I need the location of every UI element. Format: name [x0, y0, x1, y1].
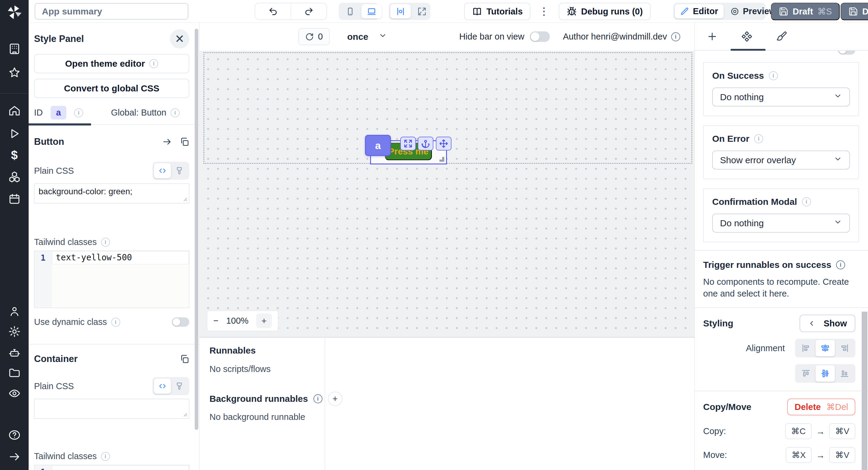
clipped-toggle[interactable] — [838, 51, 855, 55]
delete-shortcut: ⌘Del — [826, 402, 848, 412]
undo-button[interactable] — [255, 3, 290, 19]
button-plain-css-input[interactable]: background-color: green; — [34, 183, 189, 203]
deploy-button[interactable]: Deploy — [841, 3, 868, 20]
on-error-value: Show error overlay — [720, 155, 796, 165]
right-panel-scrollbar[interactable] — [862, 312, 867, 470]
workspace-icon[interactable] — [0, 42, 29, 55]
open-theme-editor-button[interactable]: Open theme editor — [34, 54, 189, 73]
runs-play-icon[interactable] — [0, 127, 29, 140]
redo-button[interactable] — [290, 3, 327, 19]
debug-runs-button[interactable]: Debug runs (0) — [559, 3, 651, 20]
align-bottom-button[interactable] — [835, 365, 854, 382]
button-plain-css-value: background-color: green; — [38, 187, 132, 196]
refresh-count-button[interactable]: 0 — [299, 28, 330, 45]
component-id-badge[interactable]: a — [51, 106, 66, 119]
on-error-card: On Error Show error overlay — [703, 125, 859, 179]
users-icon[interactable] — [0, 305, 29, 318]
settings-gear-icon[interactable] — [0, 325, 29, 338]
tab-global-button[interactable]: Global: Button — [111, 108, 180, 118]
resize-grip-icon[interactable] — [182, 411, 188, 417]
author-label: Author henri@windmill.dev — [563, 32, 667, 41]
plus-icon — [707, 31, 718, 42]
copy-shortcut-row: Copy: ⌘C → ⌘V — [695, 423, 868, 439]
info-icon — [170, 108, 180, 117]
help-icon[interactable] — [0, 429, 29, 441]
center-canvas-button[interactable] — [390, 4, 411, 19]
align-right-button[interactable] — [835, 340, 854, 356]
resize-handle[interactable] — [439, 157, 444, 162]
button-tailwind-value[interactable]: text-yellow-500 — [52, 251, 189, 264]
folders-icon[interactable] — [0, 366, 29, 379]
align-left-icon — [801, 344, 810, 353]
app-canvas[interactable]: Press me a − 100% + — [199, 51, 694, 337]
fullwidth-canvas-button[interactable] — [412, 4, 432, 19]
on-success-select[interactable]: Do nothing — [712, 87, 850, 107]
delete-button[interactable]: Delete ⌘Del — [787, 399, 855, 415]
convert-global-css-button[interactable]: Convert to global CSS — [34, 79, 189, 98]
align-center-h-button[interactable] — [815, 340, 835, 356]
code-mode-button[interactable] — [154, 379, 171, 394]
open-theme-editor-label: Open theme editor — [65, 59, 145, 69]
container-tailwind-value[interactable] — [52, 465, 189, 470]
style-panel-scrollbar[interactable] — [195, 29, 198, 430]
tab-id-label[interactable]: ID — [34, 108, 43, 118]
close-icon[interactable]: ✕ — [170, 29, 189, 49]
align-top-icon — [801, 369, 810, 378]
expand-handle[interactable] — [400, 137, 416, 150]
code-mode-button[interactable] — [154, 163, 171, 178]
anchor-handle[interactable] — [418, 137, 433, 150]
zoom-control: − 100% + — [207, 311, 278, 331]
undo-redo-group — [255, 3, 327, 20]
audit-eye-icon[interactable] — [0, 387, 29, 400]
favorites-star-icon[interactable] — [0, 66, 29, 79]
collapse-arrow-icon[interactable] — [0, 450, 29, 463]
container-plain-css-input[interactable] — [34, 399, 189, 419]
app-summary-input[interactable] — [35, 3, 188, 20]
editor-tab[interactable]: Editor — [675, 4, 724, 19]
save-draft-button[interactable]: Draft ⌘S — [771, 3, 840, 20]
resize-grip-icon[interactable] — [182, 196, 188, 202]
info-icon — [671, 32, 680, 41]
kbd-cmd-x: ⌘X — [786, 447, 812, 463]
resources-boxes-icon[interactable] — [0, 171, 29, 183]
align-top-button[interactable] — [796, 365, 815, 382]
move-handle[interactable] — [436, 137, 452, 150]
zoom-in-button[interactable]: + — [256, 314, 272, 328]
windmill-logo-icon[interactable] — [0, 4, 29, 21]
variables-dollar-icon[interactable]: $ — [0, 149, 29, 161]
desktop-view-button[interactable] — [361, 4, 382, 19]
align-center-v-button[interactable] — [815, 365, 835, 382]
chevron-down-icon[interactable] — [378, 31, 387, 42]
on-error-select[interactable]: Show error overlay — [712, 150, 850, 170]
copy-icon[interactable] — [180, 354, 189, 364]
workers-robot-icon[interactable] — [0, 347, 29, 359]
info-icon — [149, 59, 158, 68]
container-tailwind-editor[interactable]: 1 — [34, 465, 189, 470]
tutorials-button[interactable]: Tutorials — [464, 3, 530, 20]
component-styling-tab[interactable] — [764, 31, 799, 42]
hide-bar-toggle[interactable] — [530, 31, 550, 42]
refresh-mode-label[interactable]: once — [347, 32, 368, 42]
align-left-button[interactable] — [796, 340, 815, 356]
visual-mode-button[interactable] — [171, 379, 188, 394]
copy-icon[interactable] — [180, 137, 189, 147]
use-dynamic-class-toggle[interactable] — [172, 317, 189, 327]
mobile-view-button[interactable] — [340, 4, 360, 19]
component-settings-tab[interactable] — [730, 31, 764, 42]
on-success-card: On Success Do nothing — [703, 62, 859, 116]
confirmation-modal-select[interactable]: Do nothing — [712, 213, 850, 233]
more-menu-button[interactable]: ⋮ — [539, 4, 549, 18]
add-component-tab[interactable] — [695, 31, 730, 42]
on-error-title: On Error — [712, 134, 749, 144]
add-background-runnable-button[interactable]: + — [328, 391, 342, 406]
schedules-calendar-icon[interactable] — [0, 193, 29, 205]
expand-icon — [418, 8, 426, 15]
component-id-chip[interactable]: a — [365, 135, 391, 156]
home-icon[interactable] — [0, 105, 29, 117]
button-tailwind-editor[interactable]: 1 text-yellow-500 — [34, 251, 189, 308]
paintbrush-icon — [175, 382, 184, 390]
visual-mode-button[interactable] — [171, 163, 188, 178]
show-styling-button[interactable]: Show — [800, 315, 855, 332]
zoom-out-button[interactable]: − — [213, 316, 218, 326]
arrow-right-icon[interactable] — [162, 137, 172, 147]
